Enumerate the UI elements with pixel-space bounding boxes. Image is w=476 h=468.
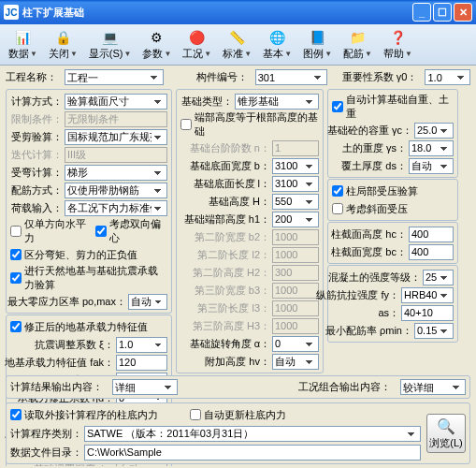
label: 基础类型： bbox=[181, 95, 233, 109]
field[interactable]: 梯形 bbox=[65, 165, 167, 181]
field bbox=[272, 265, 319, 281]
output-detail[interactable]: 详细 bbox=[112, 379, 178, 395]
field[interactable]: 仅使用带肋钢筋 bbox=[65, 183, 167, 198]
field[interactable]: 自动 bbox=[128, 294, 167, 310]
label: as： bbox=[378, 306, 399, 320]
label: 迭代计算： bbox=[11, 148, 63, 162]
toolbar-icon-4: 🔴 bbox=[188, 28, 207, 47]
project-name-select[interactable]: 工程一 bbox=[65, 69, 164, 85]
field: 无限制条件 bbox=[65, 111, 167, 127]
field[interactable]: 18.0 bbox=[409, 140, 454, 156]
label: 地基承载力特征值 fak： bbox=[5, 356, 114, 370]
field[interactable] bbox=[116, 355, 167, 371]
field[interactable]: HRB400 bbox=[401, 287, 454, 303]
label: 限制条件： bbox=[11, 112, 63, 126]
checkbox[interactable]: 进行天然地基与基础抗震承载力验算 bbox=[10, 264, 167, 292]
checkbox[interactable]: 修正后的地基承载力特征值 bbox=[10, 320, 148, 334]
field bbox=[272, 300, 319, 316]
field[interactable]: 自动 bbox=[272, 354, 319, 370]
field[interactable] bbox=[401, 305, 454, 321]
field[interactable]: 25.0 bbox=[414, 123, 454, 139]
toolbar-2[interactable]: 💻 显示(S)▼ bbox=[84, 25, 137, 64]
label: 混凝土的强度等级： bbox=[328, 271, 421, 285]
checkbox[interactable]: 柱局部受压验算 bbox=[332, 184, 418, 198]
toolbar-icon-9: ❓ bbox=[388, 28, 407, 47]
field[interactable]: 验算截面尺寸 bbox=[65, 94, 167, 110]
toolbar-8[interactable]: 📁 配筋▼ bbox=[339, 25, 377, 64]
toolbar-6[interactable]: 🌐 基本▼ bbox=[258, 25, 296, 64]
toolbar-7[interactable]: 📘 图例▼ bbox=[298, 25, 337, 64]
member-no-label: 构件编号： bbox=[196, 70, 248, 84]
label: 受弯计算： bbox=[11, 166, 63, 180]
toolbar-icon-6: 🌐 bbox=[268, 28, 287, 47]
close-button[interactable]: ✕ bbox=[454, 3, 472, 22]
toolbar-icon-8: 📁 bbox=[349, 28, 368, 47]
label: 基础砼的容重 γc： bbox=[327, 124, 412, 138]
gamma0-select[interactable]: 1.0 bbox=[425, 69, 470, 85]
checkbox[interactable]: 自动更新柱底内力 bbox=[190, 408, 286, 422]
toolbar-1[interactable]: 🔒 关闭▼ bbox=[44, 25, 82, 64]
field[interactable]: 自动 bbox=[409, 158, 454, 174]
label: 第三阶宽度 b3： bbox=[195, 284, 270, 298]
field bbox=[272, 229, 319, 245]
label: 基础端部高度 h1： bbox=[184, 212, 270, 227]
field[interactable]: 0.15 bbox=[414, 323, 454, 339]
label: 抗震调整系数 ξ： bbox=[35, 338, 114, 352]
browse-button[interactable]: 🔍 浏览(L) bbox=[426, 414, 466, 453]
checkbox[interactable]: 自动计算基础自重、土重 bbox=[332, 93, 454, 121]
label: 柱截面高度 hc： bbox=[331, 227, 407, 241]
member-no-select[interactable]: 301 bbox=[255, 69, 327, 85]
label: 最大零应力区率 po,max： bbox=[7, 295, 126, 309]
label: 第三阶高度 H3： bbox=[193, 319, 270, 333]
label: 荷载输入： bbox=[11, 201, 63, 215]
field bbox=[272, 318, 319, 334]
field[interactable] bbox=[409, 227, 454, 242]
label: 计算方式： bbox=[11, 95, 63, 109]
field[interactable] bbox=[409, 244, 454, 260]
label: 土的重度 γs： bbox=[342, 141, 407, 155]
checkbox[interactable]: 考虑斜面受压 bbox=[332, 202, 408, 216]
toolbar-3[interactable]: ⚙ 参数▼ bbox=[137, 25, 176, 64]
label: 基础旋转角度 α： bbox=[190, 337, 270, 351]
toolbar-9[interactable]: ❓ 帮助▼ bbox=[379, 25, 417, 64]
checkbox[interactable]: 仅单方向水平力 bbox=[10, 217, 92, 245]
checkbox[interactable]: 端部高度等于根部高度的基础 bbox=[180, 110, 319, 139]
search-icon: 🔍 bbox=[437, 417, 455, 435]
toolbar-icon-3: ⚙ bbox=[148, 28, 166, 47]
label: 第三阶长度 l3： bbox=[197, 301, 270, 315]
field[interactable]: 各工况下内力标准值 bbox=[65, 200, 167, 216]
minimize-button[interactable]: _ bbox=[412, 3, 431, 22]
field bbox=[272, 247, 319, 263]
label: 基础高度 H： bbox=[209, 195, 270, 209]
field bbox=[272, 140, 319, 156]
toolbar-0[interactable]: 📊 数据▼ bbox=[4, 25, 42, 64]
window-title: 柱下扩展基础 bbox=[22, 6, 84, 20]
checkbox[interactable]: 区分弯矩、剪力的正负值 bbox=[10, 248, 137, 262]
checkbox[interactable]: 考虑双向偏心 bbox=[95, 217, 167, 245]
toolbar-5[interactable]: 📏 标准▼ bbox=[218, 25, 256, 64]
field[interactable]: 国标规范加广东规范 bbox=[65, 129, 167, 145]
field[interactable]: 3100 bbox=[272, 158, 319, 174]
field[interactable]: 锥形基础 bbox=[235, 94, 319, 110]
label: 柱截面宽度 bc： bbox=[331, 245, 407, 259]
field[interactable]: 0 bbox=[272, 336, 319, 352]
field: III级 bbox=[65, 147, 167, 163]
field[interactable]: 550 bbox=[272, 194, 319, 210]
field[interactable]: 200 bbox=[272, 212, 319, 227]
combo-output[interactable]: 较详细 bbox=[400, 379, 466, 395]
toolbar-icon-5: 📏 bbox=[228, 28, 247, 47]
app-icon: JC bbox=[4, 5, 19, 20]
field[interactable]: 1.0 bbox=[116, 337, 167, 353]
label: 纵筋抗拉强度 fy： bbox=[316, 288, 399, 302]
toolbar-4[interactable]: 🔴 工况▼ bbox=[178, 25, 216, 64]
program-type[interactable]: SATWE （版本：2011年03月31日） bbox=[84, 426, 421, 442]
field[interactable]: 25 bbox=[423, 270, 454, 285]
field[interactable]: 3100 bbox=[272, 176, 319, 192]
checkbox[interactable]: 读取外接计算程序的柱底内力 bbox=[10, 408, 158, 422]
data-dir[interactable] bbox=[84, 445, 421, 461]
label: 受剪验算： bbox=[11, 130, 63, 144]
label: 最小配筋率 ρmin： bbox=[325, 324, 412, 338]
maximize-button[interactable]: ☐ bbox=[433, 3, 452, 22]
label: 第二阶宽度 b2： bbox=[195, 230, 270, 244]
label: 配筋方式： bbox=[11, 183, 63, 197]
